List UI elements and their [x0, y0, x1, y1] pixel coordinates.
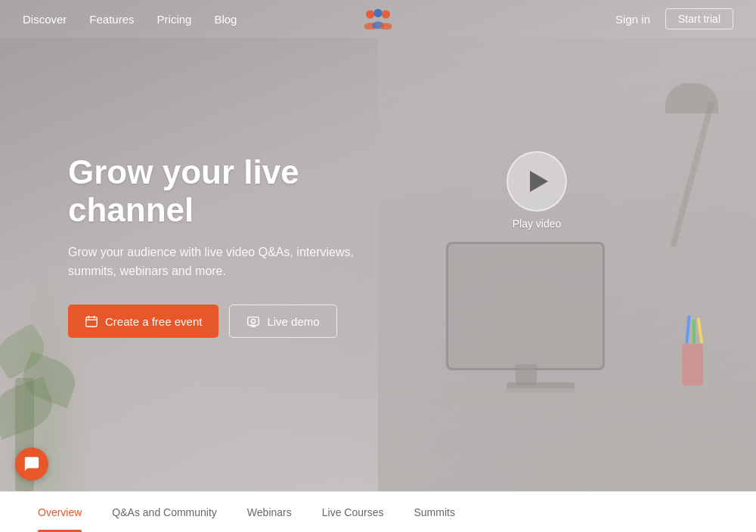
- tab-live-courses[interactable]: Live Courses: [322, 492, 384, 532]
- svg-point-2: [382, 10, 390, 18]
- nav-links: Discover Features Pricing Blog: [23, 13, 237, 26]
- desk-surface: [446, 388, 733, 401]
- start-trial-button[interactable]: Start trial: [665, 8, 733, 29]
- svg-point-11: [252, 320, 256, 323]
- chat-icon: [23, 456, 40, 472]
- demo-icon: [246, 314, 260, 328]
- svg-rect-10: [248, 317, 259, 326]
- play-video-label: Play video: [513, 218, 562, 230]
- logo-icon: [363, 8, 393, 29]
- live-demo-button[interactable]: Live demo: [229, 305, 336, 338]
- logo[interactable]: [363, 8, 393, 29]
- tab-overview[interactable]: Overview: [38, 492, 82, 532]
- play-triangle-icon: [530, 171, 548, 192]
- hero-title: Grow your live channel: [68, 153, 393, 230]
- tab-summits[interactable]: Summits: [414, 492, 454, 532]
- hero-content: Grow your live channel Grow your audienc…: [0, 153, 393, 339]
- calendar-icon: [85, 314, 98, 328]
- tab-qas-community[interactable]: Q&As and Community: [112, 492, 217, 532]
- hero-person-area: [378, 38, 756, 491]
- pencil-3: [685, 315, 690, 344]
- monitor: [446, 242, 605, 370]
- nav-discover[interactable]: Discover: [23, 13, 67, 26]
- nav-pricing[interactable]: Pricing: [157, 13, 192, 26]
- nav-right: Sign in Start trial: [615, 8, 733, 29]
- nav-features[interactable]: Features: [89, 13, 134, 26]
- svg-point-0: [366, 10, 374, 18]
- hero-buttons: Create a free event Live demo: [68, 305, 393, 338]
- svg-rect-6: [86, 317, 97, 327]
- tab-webinars[interactable]: Webinars: [247, 492, 292, 532]
- create-event-button[interactable]: Create a free event: [68, 305, 218, 338]
- play-circle: [507, 151, 567, 212]
- bottom-tabs: Overview Q&As and Community Webinars Liv…: [0, 491, 756, 532]
- nav-blog[interactable]: Blog: [214, 13, 237, 26]
- pencil-1: [697, 317, 704, 344]
- svg-point-1: [373, 9, 382, 17]
- navbar: Discover Features Pricing Blog Sign in S…: [0, 0, 756, 38]
- hero-subtitle: Grow your audience with live video Q&As,…: [68, 243, 355, 281]
- pencil-cup: [682, 344, 703, 385]
- play-video-button[interactable]: Play video: [507, 151, 567, 230]
- pencil-2: [692, 320, 696, 344]
- chat-bubble-button[interactable]: [15, 447, 48, 481]
- hero-section: Grow your live channel Grow your audienc…: [0, 0, 756, 491]
- signin-link[interactable]: Sign in: [615, 13, 650, 26]
- lamp-head: [665, 83, 718, 113]
- lamp-arm: [670, 100, 714, 247]
